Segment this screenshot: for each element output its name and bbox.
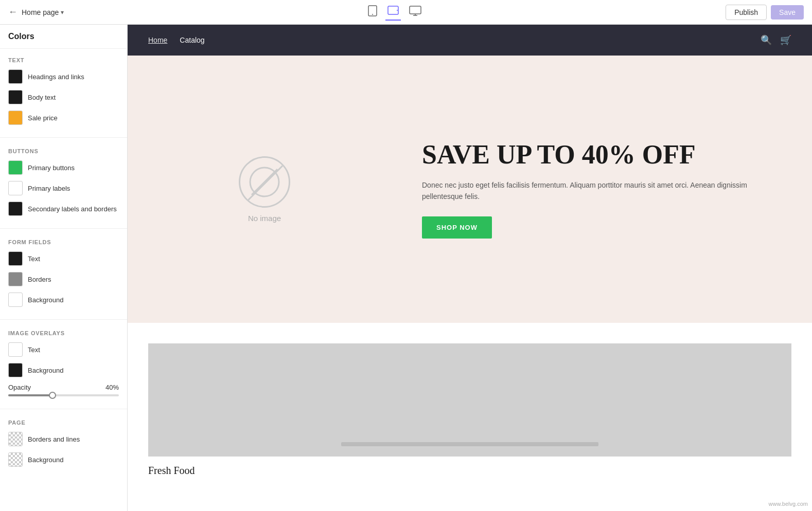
divider-4 bbox=[0, 409, 127, 409]
primary-buttons-row[interactable]: Primary buttons bbox=[8, 160, 119, 175]
divider-1 bbox=[0, 137, 127, 138]
primary-buttons-swatch[interactable] bbox=[8, 160, 23, 175]
sale-price-row[interactable]: Sale price bbox=[8, 111, 119, 125]
shop-now-button[interactable]: SHOP NOW bbox=[422, 216, 492, 239]
form-borders-row[interactable]: Borders bbox=[8, 272, 119, 286]
hero-subtitle: Donec nec justo eget felis facilisis fer… bbox=[422, 179, 781, 203]
sidebar-title: Colors bbox=[0, 25, 127, 49]
opacity-label: Opacity bbox=[8, 384, 31, 391]
back-icon: ← bbox=[8, 7, 17, 17]
product-card-1: Fresh Food bbox=[148, 343, 791, 477]
search-icon[interactable]: 🔍 bbox=[761, 34, 772, 46]
secondary-labels-swatch[interactable] bbox=[8, 202, 23, 216]
page-label: Home page bbox=[22, 8, 59, 16]
headings-links-label: Headings and links bbox=[28, 73, 84, 81]
product-image-1 bbox=[148, 343, 791, 457]
page-background-swatch[interactable] bbox=[8, 452, 23, 467]
overlay-text-swatch[interactable] bbox=[8, 342, 23, 357]
hero-title: SAVE UP TO 40% OFF bbox=[422, 140, 781, 169]
preview-area: Home Catalog 🔍 🛒 bbox=[128, 25, 812, 511]
site-nav: Home Catalog 🔍 🛒 bbox=[128, 25, 812, 56]
page-background-label: Background bbox=[28, 456, 63, 464]
publish-button[interactable]: Publish bbox=[726, 5, 767, 20]
opacity-slider-thumb[interactable] bbox=[49, 392, 56, 399]
svg-point-3 bbox=[397, 10, 398, 11]
topbar: ← Home page ▾ Publish Save bbox=[0, 0, 812, 25]
primary-labels-row[interactable]: Primary labels bbox=[8, 181, 119, 195]
watermark: www.belvg.com bbox=[769, 501, 808, 507]
mobile-view-button[interactable] bbox=[366, 3, 379, 21]
primary-labels-label: Primary labels bbox=[28, 185, 70, 192]
back-button[interactable]: ← bbox=[8, 7, 17, 17]
save-button[interactable]: Save bbox=[771, 5, 804, 20]
overlay-background-label: Background bbox=[28, 367, 63, 374]
hero-right: SAVE UP TO 40% OFF Donec nec justo eget … bbox=[401, 56, 812, 323]
svg-point-5 bbox=[250, 168, 279, 196]
overlay-text-label: Text bbox=[28, 346, 40, 354]
topbar-right: Publish Save bbox=[726, 5, 804, 20]
no-image-icon bbox=[239, 156, 290, 208]
form-fields-section-label: FORM FIELDS bbox=[8, 239, 119, 245]
divider-2 bbox=[0, 228, 127, 229]
svg-rect-4 bbox=[410, 6, 421, 14]
overlay-text-row[interactable]: Text bbox=[8, 342, 119, 357]
form-text-row[interactable]: Text bbox=[8, 251, 119, 266]
image-overlays-section-label: IMAGE OVERLAYS bbox=[8, 330, 119, 336]
primary-labels-swatch[interactable] bbox=[8, 181, 23, 195]
form-background-row[interactable]: Background bbox=[8, 293, 119, 307]
page-borders-label: Borders and lines bbox=[28, 435, 80, 443]
cart-icon[interactable]: 🛒 bbox=[780, 34, 791, 46]
body-text-row[interactable]: Body text bbox=[8, 90, 119, 104]
nav-link-catalog[interactable]: Catalog bbox=[180, 36, 204, 44]
sidebar-section-text: TEXT Headings and links Body text Sale p… bbox=[0, 49, 127, 135]
topbar-left: ← Home page ▾ bbox=[8, 7, 64, 17]
main-layout: Colors TEXT Headings and links Body text… bbox=[0, 25, 812, 511]
headings-links-swatch[interactable] bbox=[8, 69, 23, 84]
overlay-background-row[interactable]: Background bbox=[8, 363, 119, 377]
form-text-label: Text bbox=[28, 255, 40, 263]
text-section-label: TEXT bbox=[8, 57, 119, 63]
headings-links-row[interactable]: Headings and links bbox=[8, 69, 119, 84]
hero-section: No image SAVE UP TO 40% OFF Donec nec ju… bbox=[128, 56, 812, 323]
buttons-section-label: BUTTONS bbox=[8, 148, 119, 154]
site-nav-links: Home Catalog bbox=[148, 36, 205, 44]
secondary-labels-row[interactable]: Secondary labels and borders bbox=[8, 202, 119, 216]
body-text-swatch[interactable] bbox=[8, 90, 23, 104]
form-text-swatch[interactable] bbox=[8, 251, 23, 266]
sale-price-label: Sale price bbox=[28, 114, 58, 122]
divider-3 bbox=[0, 319, 127, 320]
sidebar-section-buttons: BUTTONS Primary buttons Primary labels S… bbox=[0, 140, 127, 226]
svg-point-1 bbox=[372, 14, 373, 15]
sale-price-swatch[interactable] bbox=[8, 111, 23, 125]
overlay-background-swatch[interactable] bbox=[8, 363, 23, 377]
topbar-center bbox=[366, 3, 423, 21]
product-image-bar-1 bbox=[341, 442, 598, 446]
opacity-value: 40% bbox=[105, 384, 119, 391]
page-borders-swatch[interactable] bbox=[8, 432, 23, 446]
tablet-view-button[interactable] bbox=[385, 4, 401, 21]
no-image-placeholder: No image bbox=[239, 156, 290, 223]
sidebar-section-image-overlays: IMAGE OVERLAYS Text Background Opacity 4… bbox=[0, 322, 127, 407]
form-borders-swatch[interactable] bbox=[8, 272, 23, 286]
form-background-label: Background bbox=[28, 296, 63, 304]
page-background-row[interactable]: Background bbox=[8, 452, 119, 467]
form-borders-label: Borders bbox=[28, 276, 51, 283]
sidebar: Colors TEXT Headings and links Body text… bbox=[0, 25, 128, 511]
sidebar-section-page: PAGE Borders and lines Background bbox=[0, 411, 127, 477]
chevron-down-icon: ▾ bbox=[61, 9, 64, 16]
page-selector[interactable]: Home page ▾ bbox=[22, 8, 64, 16]
no-image-text: No image bbox=[248, 214, 281, 223]
form-background-swatch[interactable] bbox=[8, 293, 23, 307]
opacity-row: Opacity 40% bbox=[8, 384, 119, 396]
page-borders-row[interactable]: Borders and lines bbox=[8, 432, 119, 446]
hero-left: No image bbox=[128, 56, 401, 323]
opacity-label-row: Opacity 40% bbox=[8, 384, 119, 391]
site-nav-icons: 🔍 🛒 bbox=[761, 34, 791, 46]
nav-link-home[interactable]: Home bbox=[148, 36, 167, 44]
desktop-view-button[interactable] bbox=[407, 4, 423, 21]
opacity-slider[interactable] bbox=[8, 394, 119, 396]
svg-line-6 bbox=[252, 169, 277, 195]
product-title-1: Fresh Food bbox=[148, 465, 791, 477]
products-section: Fresh Food bbox=[128, 323, 812, 497]
opacity-slider-fill bbox=[8, 394, 52, 396]
